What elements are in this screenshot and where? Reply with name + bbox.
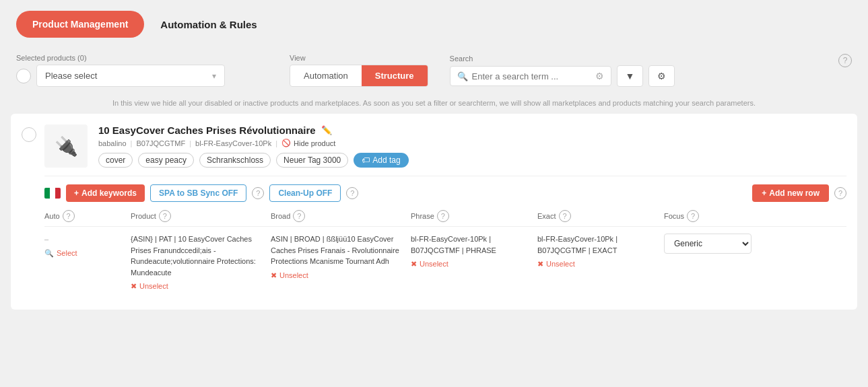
x-icon-exact: ✖ xyxy=(537,258,543,270)
structure-view-button[interactable]: Structure xyxy=(362,65,428,86)
cell-exact: bl-FR-EasyCover-10Pk | B07JQCGTMF | EXAC… xyxy=(537,234,659,292)
svg-rect-0 xyxy=(44,188,50,199)
automation-view-button[interactable]: Automation xyxy=(290,65,362,86)
add-row-help-icon[interactable]: ? xyxy=(834,187,846,199)
focus-help-icon[interactable]: ? xyxy=(687,210,699,222)
add-new-row-label: Add new row xyxy=(769,188,820,198)
info-bar: In this view we hide all your disabled o… xyxy=(0,95,868,114)
exact-help-icon[interactable]: ? xyxy=(559,210,571,222)
add-keywords-button[interactable]: + Add keywords xyxy=(66,184,145,202)
search-input[interactable] xyxy=(472,71,591,81)
keywords-row: + Add keywords SPA to SB Sync OFF ? Clea… xyxy=(44,176,846,202)
product-cell-text: {ASIN} | PAT | 10 EasyCover Caches Prise… xyxy=(131,234,265,278)
meta-sep-3: | xyxy=(275,139,277,147)
selected-products-label: Selected products (0) xyxy=(16,54,225,62)
tag-schrankschloss[interactable]: Schrankschloss xyxy=(199,153,271,168)
product-sku: bl-FR-EasyCover-10Pk xyxy=(195,139,271,147)
header: Product Management Automation & Rules xyxy=(0,0,868,48)
product-meta: babalino | B07JQCGTMF | bl-FR-EasyCover-… xyxy=(98,139,846,147)
product-top: 🔌 10 EasyCover Caches Prises Révolutionn… xyxy=(44,125,846,168)
table-header-row: Auto ? Product ? Broad ? Phrase ? xyxy=(44,210,846,227)
info-text: In this view we hide all your disabled o… xyxy=(112,99,756,107)
chevron-down-icon: ▾ xyxy=(212,71,216,81)
col-header-exact: Exact ? xyxy=(537,210,659,222)
cell-phrase: bl-FR-EasyCover-10Pk | B07JQCGTMF | PHRA… xyxy=(411,234,532,292)
col-header-focus: Focus ? xyxy=(664,210,758,222)
select-label: Select xyxy=(57,248,77,259)
selected-products-group: Selected products (0) Please select ▾ xyxy=(16,54,225,87)
product-card: 🔌 10 EasyCover Caches Prises Révolutionn… xyxy=(11,114,857,310)
cell-focus: Generic Brand Competitor xyxy=(664,234,758,292)
product-info-section: 🔌 10 EasyCover Caches Prises Révolutionn… xyxy=(44,125,846,299)
search-group: Search 🔍 ⚙ ▼ ⚙ xyxy=(450,55,675,87)
svg-rect-1 xyxy=(50,188,55,199)
cell-product: {ASIN} | PAT | 10 EasyCover Caches Prise… xyxy=(131,234,265,292)
select-wrapper: Please select ▾ xyxy=(16,65,225,87)
product-unselect-label: Unselect xyxy=(139,281,168,292)
search-label: Search xyxy=(450,55,675,63)
add-tag-button[interactable]: 🏷 Add tag xyxy=(354,153,408,168)
hide-icon: 🚫 xyxy=(281,139,291,147)
broad-unselect-link[interactable]: ✖ Unselect xyxy=(271,270,405,281)
edit-icon[interactable]: ✏️ xyxy=(321,125,332,135)
filter-button[interactable]: ▼ xyxy=(617,65,644,87)
x-icon-phrase: ✖ xyxy=(411,258,417,270)
toolbar: ? Selected products (0) Please select ▾ … xyxy=(0,48,868,95)
svg-rect-2 xyxy=(55,188,61,199)
table-row: – 🔍 Select {ASIN} | PAT | 10 EasyCover C… xyxy=(44,227,846,299)
view-label: View xyxy=(290,54,428,62)
focus-select[interactable]: Generic Brand Competitor xyxy=(664,234,752,254)
auto-select-link[interactable]: 🔍 Select xyxy=(44,248,125,259)
product-help-icon[interactable]: ? xyxy=(159,210,171,222)
main-content: 🔌 10 EasyCover Caches Prises Révolutionn… xyxy=(0,114,868,328)
broad-help-icon[interactable]: ? xyxy=(293,210,305,222)
phrase-unselect-link[interactable]: ✖ Unselect xyxy=(411,258,532,270)
tag-neuer-tag[interactable]: Neuer Tag 3000 xyxy=(276,153,348,168)
meta-sep-2: | xyxy=(189,139,191,147)
sync-help-icon[interactable]: ? xyxy=(252,187,264,199)
select-all-checkbox[interactable] xyxy=(16,69,31,83)
broad-cell-text: ASIN | BROAD | ßßljüü10 EasyCover Caches… xyxy=(271,234,405,267)
product-title: 10 EasyCover Caches Prises Révolutionnai… xyxy=(98,125,316,136)
exact-unselect-link[interactable]: ✖ Unselect xyxy=(537,258,659,270)
please-select-dropdown[interactable]: Please select ▾ xyxy=(36,65,225,87)
product-title-row: 10 EasyCover Caches Prises Révolutionnai… xyxy=(98,125,846,136)
cleanup-button[interactable]: Clean-Up OFF xyxy=(269,184,341,202)
search-icon-2: 🔍 xyxy=(44,248,54,259)
x-icon-broad: ✖ xyxy=(271,270,277,281)
hide-product-label: Hide product xyxy=(294,139,335,147)
tags-row: cover easy peacy Schrankschloss Neuer Ta… xyxy=(98,153,846,168)
product-unselect-link[interactable]: ✖ Unselect xyxy=(131,281,265,292)
tag-cover[interactable]: cover xyxy=(98,153,133,168)
please-select-text: Please select xyxy=(45,71,97,81)
phrase-help-icon[interactable]: ? xyxy=(437,210,449,222)
search-row: 🔍 ⚙ ▼ ⚙ xyxy=(450,65,675,87)
product-checkbox[interactable] xyxy=(22,127,36,142)
col-header-auto: Auto ? xyxy=(44,210,125,222)
col-header-broad: Broad ? xyxy=(271,210,405,222)
automation-rules-label: Automation & Rules xyxy=(160,19,257,30)
broad-unselect-label: Unselect xyxy=(279,270,308,281)
auto-dash: – xyxy=(44,234,125,245)
view-group: View Automation Structure xyxy=(290,54,428,87)
hide-product-link[interactable]: 🚫 Hide product xyxy=(281,139,335,147)
search-input-wrapper: 🔍 ⚙ xyxy=(450,66,611,86)
cleanup-help-icon[interactable]: ? xyxy=(346,187,358,199)
tag-icon: 🏷 xyxy=(362,155,370,165)
product-management-button[interactable]: Product Management xyxy=(16,11,144,38)
auto-help-icon[interactable]: ? xyxy=(63,210,75,222)
cell-auto: – 🔍 Select xyxy=(44,234,125,292)
cell-broad: ASIN | BROAD | ßßljüü10 EasyCover Caches… xyxy=(271,234,405,292)
search-settings-icon[interactable]: ⚙ xyxy=(595,71,604,81)
exact-cell-text: bl-FR-EasyCover-10Pk | B07JQCGTMF | EXAC… xyxy=(537,234,659,256)
add-new-row-button[interactable]: + Add new row xyxy=(752,184,829,202)
col-header-phrase: Phrase ? xyxy=(411,210,532,222)
help-icon[interactable]: ? xyxy=(838,54,852,67)
tag-easy-peacy[interactable]: easy peacy xyxy=(138,153,194,168)
italy-flag-icon xyxy=(44,188,61,199)
settings-button[interactable]: ⚙ xyxy=(648,65,675,87)
phrase-cell-text: bl-FR-EasyCover-10Pk | B07JQCGTMF | PHRA… xyxy=(411,234,532,256)
x-icon-product: ✖ xyxy=(131,281,137,292)
exact-unselect-label: Unselect xyxy=(546,258,575,270)
spa-sync-button[interactable]: SPA to SB Sync OFF xyxy=(150,184,246,202)
